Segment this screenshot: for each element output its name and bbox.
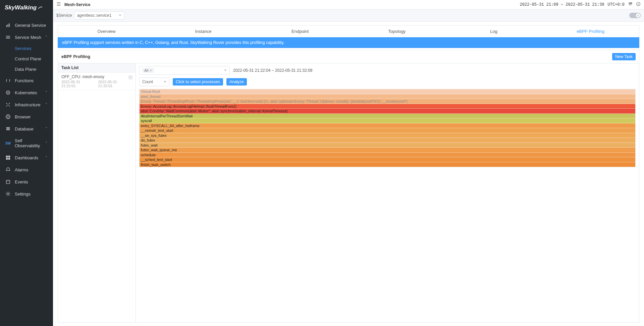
profiling-column: All × 2022-05-31 21:22:04 ~ 2022-05-31 2… (136, 63, 639, 322)
svg-rect-4 (6, 37, 10, 37)
events-icon (5, 179, 11, 184)
general-service-icon (5, 22, 11, 28)
svg-rect-5 (6, 38, 10, 39)
nav-item-dashboards[interactable]: Dashboards˅ (0, 152, 53, 164)
aggregation-select[interactable]: Count (139, 77, 169, 86)
svg-rect-3 (6, 36, 10, 36)
nav-item-label: Kubernetes (15, 90, 37, 95)
flame-frame[interactable]: do_futex (140, 138, 635, 143)
topbar-right: 2022-05-31 21:09 ~ 2022-05-31 21:39 UTC+… (520, 2, 641, 8)
database-icon (5, 126, 11, 131)
task-end: 2022-05-31 21:32:01 (98, 80, 132, 88)
nav-item-general-service[interactable]: General Service (0, 19, 53, 31)
logo-swoosh-icon (37, 5, 43, 11)
tab-ebpf-profiling[interactable]: eBPF Profiling (542, 25, 639, 37)
task-start: 2022-05-31 21:22:01 (61, 80, 96, 88)
nav-item-label: Events (15, 179, 28, 184)
nav-item-kubernetes[interactable]: Kubernetes˅ (0, 87, 53, 99)
nav-item-self-observability[interactable]: SWSelf Observability˅ (0, 135, 53, 152)
nav-item-label: Database (15, 126, 34, 131)
info-icon[interactable] (636, 2, 641, 8)
flame-graph[interactable]: Virtual Rootstart_threadEnvoy::Thread::T… (139, 89, 636, 167)
nav-item-service-mesh[interactable]: Service Mesh˄ (0, 31, 53, 43)
service-select[interactable]: agentless::service1 (74, 11, 124, 19)
nav-item-label: Self Observability (15, 138, 41, 148)
remove-filter-icon[interactable]: × (150, 68, 152, 72)
svg-rect-19 (6, 180, 10, 183)
tab-log[interactable]: Log (445, 25, 542, 37)
nav-sub-data-plane[interactable]: Data Plane (15, 64, 53, 74)
chevron-down-icon: ˅ (45, 102, 48, 107)
action-row: Count Click to select processes Analyze (139, 77, 636, 86)
analyze-button[interactable]: Analyze (226, 78, 247, 86)
view-task-icon[interactable] (128, 75, 133, 81)
svg-rect-17 (6, 158, 8, 160)
flame-frame[interactable]: schedule (140, 153, 635, 158)
panel-body: Task List OFF_CPU: mesh-envoy2022-05-31 … (58, 63, 639, 322)
main: Mesh-Service 2022-05-31 21:09 ~ 2022-05-… (53, 0, 644, 326)
flame-frame[interactable]: __noinstr_text_start (140, 128, 635, 133)
nav-item-label: Alarms (15, 167, 28, 172)
nav-item-browser[interactable]: Browser (0, 111, 53, 123)
flame-frame[interactable]: Virtual Root (140, 89, 635, 94)
chevron-down-icon: ˅ (45, 126, 48, 131)
tab-overview[interactable]: Overview (58, 25, 155, 37)
new-task-button[interactable]: New Task (612, 53, 636, 60)
global-time-range[interactable]: 2022-05-31 21:09 ~ 2022-05-31 21:39 (520, 2, 604, 7)
svg-rect-18 (8, 158, 10, 160)
nav-sub-control-plane[interactable]: Control Plane (15, 54, 53, 64)
chevron-down-icon: ˅ (45, 141, 48, 146)
nav-item-settings[interactable]: Settings (0, 188, 53, 200)
nav-item-label: Infrastructure (15, 102, 41, 107)
flame-frame[interactable]: futex_wait_queue_me (140, 148, 635, 153)
tab-endpoint[interactable]: Endpoint (252, 25, 348, 37)
flame-frame[interactable]: __se_sys_futex (140, 133, 635, 138)
instance-filter-select[interactable]: All × (139, 66, 230, 75)
browser-icon (5, 114, 11, 119)
flame-frame[interactable]: start_thread (140, 94, 635, 99)
logo: SkyWalking (0, 0, 53, 15)
app-root: SkyWalking General ServiceService Mesh˄S… (0, 0, 644, 326)
tab-topology[interactable]: Topology (348, 25, 445, 37)
panel-header: eBPF Profiling New Task (58, 50, 639, 63)
service-mesh-icon (5, 35, 11, 40)
task-list-header: Task List (58, 63, 136, 72)
tab-instance[interactable]: Instance (155, 25, 252, 37)
nav-sub-services[interactable]: Services (15, 43, 53, 54)
select-processes-button[interactable]: Click to select processes (173, 78, 223, 86)
infrastructure-icon (5, 102, 11, 107)
flame-frame[interactable]: absl::CondVar::WaitCommon(absl::Mutex*, … (140, 109, 635, 114)
task-name: OFF_CPU: mesh-envoy (61, 74, 132, 79)
nav-item-database[interactable]: Database˅ (0, 123, 53, 135)
flame-frame[interactable]: Envoy::AccessLog::AccessLogFileImpl::flu… (140, 104, 635, 109)
nav-item-infrastructure[interactable]: Infrastructure˅ (0, 99, 53, 111)
nav-item-label: Browser (15, 114, 31, 119)
nav-item-alarms[interactable]: Alarms (0, 164, 53, 176)
flame-frame[interactable]: AbslInternalPerThreadSemWait (140, 114, 635, 119)
collapse-sidebar-icon[interactable] (56, 2, 61, 7)
view-toggle[interactable]: V (629, 13, 641, 18)
flame-frame[interactable]: entry_SYSCALL_64_after_hwframe (140, 123, 635, 128)
task-list-column: Task List OFF_CPU: mesh-envoy2022-05-31 … (58, 63, 136, 322)
task-item[interactable]: OFF_CPU: mesh-envoy2022-05-31 21:22:0120… (58, 72, 136, 90)
chevron-up-icon: ˄ (45, 35, 48, 40)
dashboards-icon (5, 155, 11, 160)
panel-title: eBPF Profiling (61, 54, 90, 59)
profile-time-range: 2022-05-31 21:22:04 ~ 2022-05-31 21:32:0… (233, 68, 313, 73)
nav-item-functions[interactable]: Functions (0, 74, 53, 87)
flame-frame[interactable]: finish_task_switch (140, 162, 635, 167)
view-toggle-knob: V (636, 13, 640, 17)
functions-icon (5, 78, 11, 83)
svg-point-22 (638, 3, 638, 3)
info-banner: eBPF Profiling support services written … (58, 37, 639, 48)
nav-item-events[interactable]: Events (0, 176, 53, 188)
flame-frame[interactable]: syscall (140, 118, 635, 123)
filter-tag-label: All (144, 68, 148, 72)
flame-frame[interactable]: futex_wait (140, 143, 635, 148)
flame-frame[interactable]: Envoy::Thread::ThreadImplPosix::ThreadIm… (140, 99, 635, 104)
service-select-value: agentless::service1 (77, 13, 112, 18)
flame-frame[interactable]: __sched_text_start (140, 157, 635, 162)
refresh-icon[interactable] (628, 2, 633, 8)
sidebar: SkyWalking General ServiceService Mesh˄S… (0, 0, 53, 326)
breadcrumb: Mesh-Service (64, 2, 90, 7)
